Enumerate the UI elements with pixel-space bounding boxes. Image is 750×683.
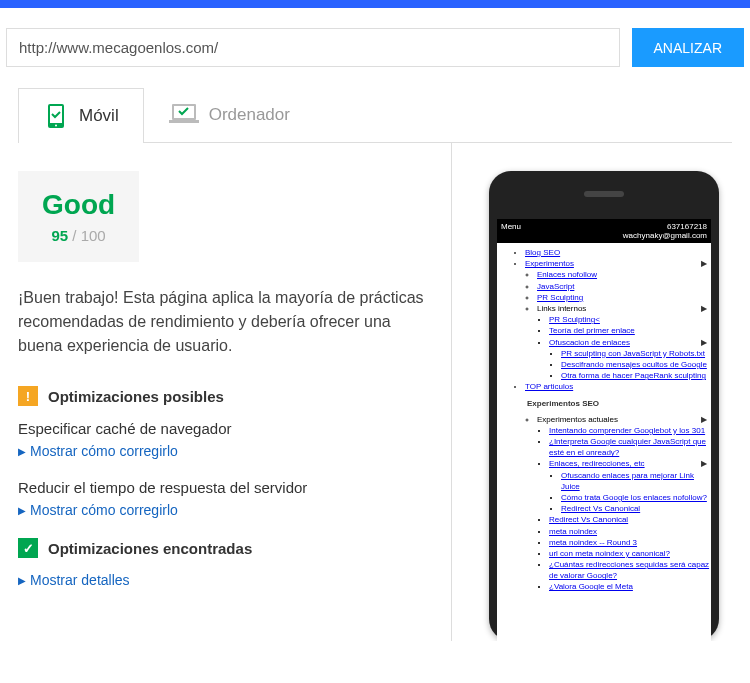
preview-link[interactable]: Teoría del primer enlace — [549, 326, 635, 335]
preview-link[interactable]: Otra forma de hacer PageRank sculpting — [561, 371, 706, 380]
preview-link[interactable]: Blog SEO — [525, 248, 560, 257]
left-pane: Good 95 / 100 ¡Buen trabajo! Esta página… — [18, 143, 452, 641]
preview-link[interactable]: Experimentos — [525, 259, 574, 268]
triangle-icon: ▶ — [18, 505, 26, 516]
tabs: Móvil Ordenador — [18, 87, 732, 143]
section-possible-title: Optimizaciones posibles — [48, 388, 224, 405]
preview-heading: Experimentos SEO — [527, 399, 599, 408]
preview-link[interactable]: Enlaces, redirecciones, etc — [549, 459, 645, 468]
description-text: ¡Buen trabajo! Esta página aplica la may… — [18, 286, 429, 358]
analyze-button[interactable]: ANALIZAR — [632, 28, 744, 67]
preview-link[interactable]: JavaScript — [537, 282, 574, 291]
link-text: Mostrar cómo corregirlo — [30, 443, 178, 459]
preview-link[interactable]: Ofuscando enlaces para mejorar Link Juic… — [561, 471, 694, 491]
right-pane: Menu 637167218wachynaky@gmail.com Blog S… — [452, 143, 732, 641]
section-possible-head: ! Optimizaciones posibles — [18, 386, 429, 406]
item-title: Reducir el tiempo de respuesta del servi… — [18, 479, 429, 496]
phone-mockup: Menu 637167218wachynaky@gmail.com Blog S… — [489, 171, 719, 641]
preview-link[interactable]: url con meta noindex y canonical? — [549, 549, 670, 558]
preview-link[interactable]: Redirect Vs Canonical — [561, 504, 640, 513]
preview-link[interactable]: Ofuscacion de enlaces — [549, 338, 630, 347]
show-fix-link[interactable]: ▶ Mostrar cómo corregirlo — [18, 443, 429, 459]
score-label: Good — [42, 189, 115, 221]
preview-link[interactable]: Redirect Vs Canonical — [549, 515, 628, 524]
item-title: Especificar caché de navegador — [18, 420, 429, 437]
link-text: Mostrar detalles — [30, 572, 130, 588]
tab-desktop[interactable]: Ordenador — [144, 87, 315, 142]
section-found-title: Optimizaciones encontradas — [48, 540, 252, 557]
preview-contact: 637167218wachynaky@gmail.com — [623, 222, 707, 240]
preview-link[interactable]: ¿Valora Google el Meta — [549, 582, 633, 591]
optimization-item: Reducir el tiempo de respuesta del servi… — [18, 479, 429, 518]
content-row: Good 95 / 100 ¡Buen trabajo! Esta página… — [18, 143, 732, 641]
preview-link[interactable]: PR sculpting con JavaScript y Robots.txt — [561, 349, 705, 358]
check-icon: ✓ — [18, 538, 38, 558]
score-number: 95 / 100 — [42, 227, 115, 244]
phone-screen: Menu 637167218wachynaky@gmail.com Blog S… — [497, 219, 711, 641]
desktop-check-icon — [169, 102, 199, 128]
preview-link[interactable]: Enlaces nofollow — [537, 270, 597, 279]
preview-link[interactable]: ¿Cuántas redirecciones seguidas será cap… — [549, 560, 709, 580]
score-value: 95 — [51, 227, 68, 244]
preview-link[interactable]: Descifrando mensajes ocultos de Google — [561, 360, 707, 369]
preview-header: Menu 637167218wachynaky@gmail.com — [497, 219, 711, 243]
score-card: Good 95 / 100 — [18, 171, 139, 262]
svg-rect-5 — [169, 120, 199, 123]
preview-link[interactable]: PR Sculpting — [537, 293, 583, 302]
preview-body: Blog SEO Experimentos▶ Enlaces nofollow … — [497, 243, 711, 597]
svg-point-2 — [55, 125, 57, 127]
preview-menu: Menu — [501, 222, 521, 240]
preview-text: Links internos — [537, 304, 586, 313]
link-text: Mostrar cómo corregirlo — [30, 502, 178, 518]
warning-icon: ! — [18, 386, 38, 406]
triangle-icon: ▶ — [18, 446, 26, 457]
url-input[interactable] — [6, 28, 620, 67]
url-row: ANALIZAR — [6, 28, 744, 67]
preview-link[interactable]: PR Sculpting< — [549, 315, 600, 324]
mobile-check-icon — [43, 103, 69, 129]
score-max: / 100 — [68, 227, 106, 244]
preview-link[interactable]: TOP articulos — [525, 382, 573, 391]
preview-text: Experimentos actuales — [537, 415, 618, 424]
optimization-item: Especificar caché de navegador ▶ Mostrar… — [18, 420, 429, 459]
preview-link[interactable]: meta noindex -- Round 3 — [549, 538, 637, 547]
preview-link[interactable]: meta noindex — [549, 527, 597, 536]
tab-desktop-label: Ordenador — [209, 105, 290, 125]
tab-mobile-label: Móvil — [79, 106, 119, 126]
tab-mobile[interactable]: Móvil — [18, 88, 144, 143]
show-fix-link[interactable]: ▶ Mostrar cómo corregirlo — [18, 502, 429, 518]
preview-link[interactable]: ¿Interpreta Google cualquier JavaScript … — [549, 437, 706, 457]
preview-link[interactable]: Cómo trata Google los enlaces nofollow? — [561, 493, 707, 502]
triangle-icon: ▶ — [18, 575, 26, 586]
container: ANALIZAR Móvil Ordenador Good 95 / 100 ¡… — [0, 8, 750, 641]
show-details-link[interactable]: ▶ Mostrar detalles — [18, 572, 429, 588]
section-found-head: ✓ Optimizaciones encontradas — [18, 538, 429, 558]
top-bar — [0, 0, 750, 8]
preview-link[interactable]: Intentando comprender Googlebot y los 30… — [549, 426, 705, 435]
